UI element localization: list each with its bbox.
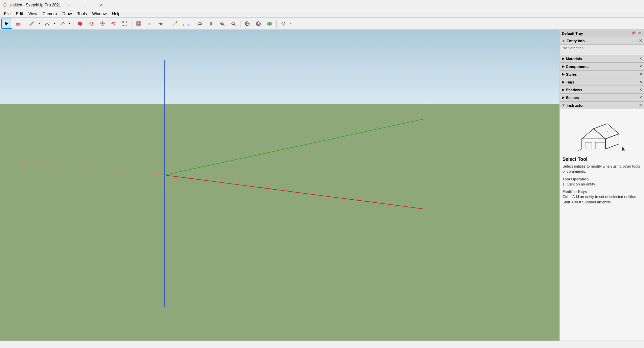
freehand-tool-dropdown[interactable]: ▾ bbox=[68, 19, 72, 29]
menu-tools[interactable]: Tools bbox=[75, 10, 90, 18]
tray-pin-button[interactable]: 📌 bbox=[630, 31, 637, 35]
menu-file[interactable]: File bbox=[1, 10, 13, 18]
styles-close-button[interactable]: ✕ bbox=[639, 72, 642, 76]
camera-tool-group: ▾ bbox=[278, 19, 293, 29]
menu-help[interactable]: Help bbox=[109, 10, 123, 18]
svg-point-70 bbox=[614, 128, 615, 129]
svg-line-55 bbox=[0, 175, 164, 195]
tags-header[interactable]: ▶ Tags ✕ bbox=[560, 78, 644, 86]
components-close-button[interactable]: ✕ bbox=[639, 65, 642, 68]
scenes-section: ▶ Scenes ✕ bbox=[560, 94, 644, 102]
menu-edit[interactable]: Edit bbox=[13, 10, 26, 18]
select-tool-button[interactable] bbox=[1, 19, 12, 29]
tray-close-button[interactable]: ✕ bbox=[637, 31, 642, 35]
camera-tool-dropdown[interactable]: ▾ bbox=[289, 19, 293, 29]
move-tool-button[interactable] bbox=[97, 19, 108, 29]
text-tool-button[interactable]: A bbox=[144, 19, 155, 29]
shadows-section: ▶ Shadows ✕ bbox=[560, 86, 644, 94]
instructor-modifier-keys-text: Ctrl = Add an entity to set of selected … bbox=[562, 194, 641, 205]
separator-3 bbox=[132, 20, 132, 28]
menu-window[interactable]: Window bbox=[90, 10, 110, 18]
followme-tool-button[interactable] bbox=[86, 19, 97, 29]
entity-info-content: No Selection bbox=[560, 45, 644, 55]
svg-point-4 bbox=[47, 23, 47, 24]
dimensions-tool-button[interactable] bbox=[181, 19, 191, 29]
scenes-header[interactable]: ▶ Scenes ✕ bbox=[560, 94, 644, 101]
maximize-button[interactable]: □ bbox=[77, 0, 93, 10]
pushpull-tool-button[interactable] bbox=[75, 19, 86, 29]
eraser-tool-button[interactable] bbox=[13, 19, 23, 29]
svg-point-74 bbox=[607, 131, 608, 132]
svg-marker-12 bbox=[104, 23, 105, 25]
materials-label: Materials bbox=[566, 57, 582, 61]
svg-marker-62 bbox=[594, 124, 619, 139]
entity-info-status: No Selection bbox=[562, 46, 583, 50]
pan-tool-button[interactable] bbox=[206, 19, 216, 29]
svg-rect-19 bbox=[126, 25, 127, 26]
arc-tool-group: ▾ bbox=[42, 19, 56, 29]
zoom-tool-button[interactable] bbox=[217, 19, 228, 29]
arc-tool-button[interactable] bbox=[42, 19, 52, 29]
main-area: Default Tray 📌 ✕ ▼ Entity Info ✕ No Sele… bbox=[0, 30, 644, 341]
materials-arrow: ▶ bbox=[562, 57, 565, 60]
titlebar: ⬡ Untitled - SketchUp Pro 2021 ─ □ ✕ bbox=[0, 0, 644, 10]
scenes-label: Scenes bbox=[566, 96, 579, 100]
svg-line-53 bbox=[0, 158, 164, 175]
freehand-tool-button[interactable] bbox=[57, 19, 68, 29]
section-plane-button[interactable] bbox=[264, 19, 275, 29]
components-arrow: ▶ bbox=[562, 65, 565, 68]
svg-point-48 bbox=[283, 23, 284, 24]
materials-header[interactable]: ▶ Materials ✕ bbox=[560, 55, 644, 63]
offset-tool-button[interactable] bbox=[133, 19, 144, 29]
tapemeasure-tool-button[interactable] bbox=[169, 19, 180, 29]
instructor-panel: ▼ Instructor ✕ bbox=[560, 102, 644, 341]
rotate-tool-button[interactable] bbox=[108, 19, 119, 29]
add-location-button[interactable] bbox=[253, 19, 264, 29]
line-tool-dropdown[interactable]: ▾ bbox=[37, 19, 41, 29]
tags-section: ▶ Tags ✕ bbox=[560, 78, 644, 86]
3dtext-tool-button[interactable]: A 3D bbox=[156, 19, 166, 29]
camera-tool-button[interactable] bbox=[278, 19, 289, 29]
svg-rect-16 bbox=[122, 21, 124, 23]
entity-info-header[interactable]: ▼ Entity Info ✕ bbox=[560, 37, 644, 45]
styles-section: ▶ Styles ✕ bbox=[560, 71, 644, 78]
svg-point-26 bbox=[176, 21, 177, 23]
styles-header[interactable]: ▶ Styles ✕ bbox=[560, 71, 644, 78]
orbit-tool-button[interactable] bbox=[194, 19, 205, 29]
svg-point-77 bbox=[617, 131, 617, 132]
menu-draw[interactable]: Draw bbox=[60, 10, 75, 18]
scale-tool-button[interactable] bbox=[119, 19, 130, 29]
entity-info-close-button[interactable]: ✕ bbox=[639, 39, 642, 43]
svg-rect-18 bbox=[122, 25, 124, 26]
shadows-close-button[interactable]: ✕ bbox=[639, 88, 642, 92]
viewport[interactable] bbox=[0, 30, 559, 341]
svg-marker-9 bbox=[101, 21, 104, 23]
toolbar: ▾ ▾ ▾ bbox=[0, 18, 644, 30]
zoomextents-tool-button[interactable] bbox=[228, 19, 239, 29]
close-button[interactable]: ✕ bbox=[93, 0, 109, 10]
scenes-close-button[interactable]: ✕ bbox=[639, 96, 642, 99]
minimize-button[interactable]: ─ bbox=[61, 0, 76, 10]
svg-text:A: A bbox=[148, 21, 151, 26]
menu-camera[interactable]: Camera bbox=[40, 10, 60, 18]
separator-1 bbox=[25, 20, 25, 28]
arc-tool-dropdown[interactable]: ▾ bbox=[52, 19, 56, 29]
svg-line-52 bbox=[164, 119, 423, 175]
instructor-header[interactable]: ▼ Instructor ✕ bbox=[560, 102, 644, 109]
components-label: Components bbox=[566, 65, 589, 69]
extension-warehouse-button[interactable] bbox=[242, 19, 253, 29]
tags-close-button[interactable]: ✕ bbox=[639, 80, 642, 84]
svg-marker-78 bbox=[622, 147, 625, 151]
line-tool-group: ▾ bbox=[26, 19, 41, 29]
instructor-close-button[interactable]: ✕ bbox=[639, 103, 642, 107]
instructor-description: Select entities to modify when using oth… bbox=[562, 164, 641, 174]
svg-line-51 bbox=[164, 175, 423, 209]
components-section: ▶ Components ✕ bbox=[560, 63, 644, 71]
materials-close-button[interactable]: ✕ bbox=[639, 57, 642, 60]
shadows-header[interactable]: ▶ Shadows ✕ bbox=[560, 86, 644, 94]
shadows-arrow: ▶ bbox=[562, 88, 565, 92]
components-header[interactable]: ▶ Components ✕ bbox=[560, 63, 644, 70]
svg-line-54 bbox=[0, 165, 164, 175]
line-tool-button[interactable] bbox=[26, 19, 37, 29]
menu-view[interactable]: View bbox=[26, 10, 40, 18]
